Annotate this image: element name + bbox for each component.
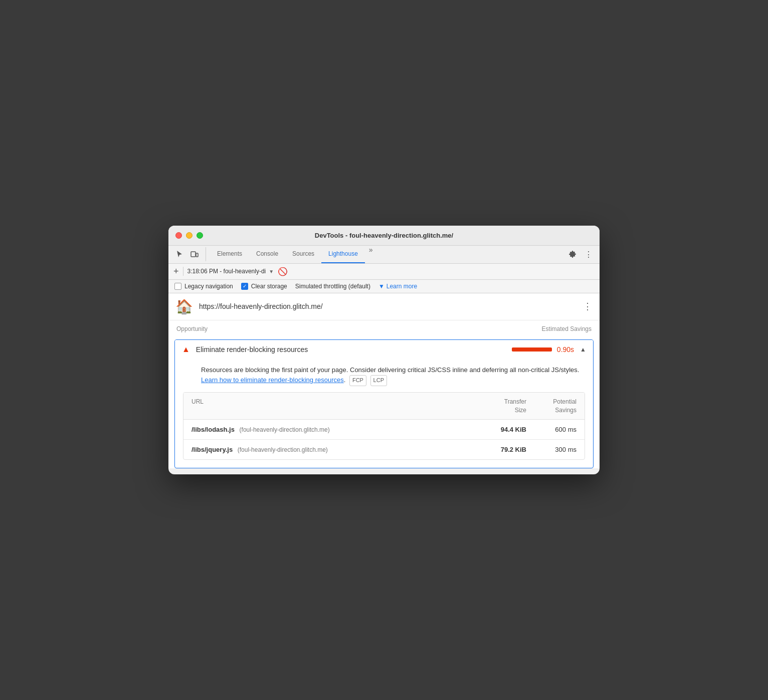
lcp-badge: LCP bbox=[370, 375, 387, 386]
tabs-list: Elements Console Sources Lighthouse » bbox=[210, 246, 565, 263]
opportunity-label: Opportunity bbox=[176, 325, 208, 332]
tab-sources[interactable]: Sources bbox=[285, 246, 321, 263]
audit-title: Eliminate render-blocking resources bbox=[196, 345, 506, 354]
window-title: DevTools - foul-heavenly-direction.glitc… bbox=[315, 232, 453, 239]
row1-url-domain: (foul-heavenly-direction.glitch.me) bbox=[240, 426, 330, 433]
url-chip-dropdown[interactable]: ▼ bbox=[269, 269, 274, 274]
devtools-window: DevTools - foul-heavenly-direction.glitc… bbox=[168, 226, 600, 475]
col-header-transfer-size: Transfer Size bbox=[476, 398, 526, 415]
svg-rect-0 bbox=[191, 252, 196, 257]
options-bar: Legacy navigation Clear storage Simulate… bbox=[168, 280, 600, 293]
estimated-savings-label: Estimated Savings bbox=[542, 325, 592, 332]
opportunity-header: Opportunity Estimated Savings bbox=[168, 320, 600, 337]
audit-item: ▲ Eliminate render-blocking resources 0.… bbox=[174, 339, 594, 469]
traffic-lights bbox=[175, 232, 203, 239]
row2-transfer-size: 79.2 KiB bbox=[476, 446, 526, 453]
table-row: /libs/jquery.js (foul-heavenly-direction… bbox=[183, 440, 585, 459]
row1-transfer-size: 94.4 KiB bbox=[476, 426, 526, 433]
cursor-icon[interactable] bbox=[172, 247, 186, 261]
legacy-nav-checkbox[interactable] bbox=[174, 283, 181, 290]
title-bar: DevTools - foul-heavenly-direction.glitc… bbox=[168, 226, 600, 246]
audit-description: Resources are blocking the first paint o… bbox=[175, 359, 593, 392]
chevron-up-icon[interactable]: ▲ bbox=[580, 346, 586, 353]
table-header: URL Transfer Size Potential Savings bbox=[183, 393, 585, 420]
audit-row: ▲ Eliminate render-blocking resources 0.… bbox=[175, 340, 593, 359]
description-text: Resources are blocking the first paint o… bbox=[201, 366, 579, 384]
tabs-more-button[interactable]: » bbox=[365, 246, 377, 263]
tab-lighthouse[interactable]: Lighthouse bbox=[321, 246, 365, 263]
learn-link[interactable]: Learn how to eliminate render-blocking r… bbox=[201, 376, 344, 384]
toolbar-icons bbox=[172, 247, 206, 261]
table-row: /libs/lodash.js (foul-heavenly-direction… bbox=[183, 420, 585, 440]
add-button[interactable]: + bbox=[173, 267, 179, 276]
col-header-potential-savings: Potential Savings bbox=[526, 398, 577, 415]
url-chip-text: 3:18:06 PM - foul-heavenly-di bbox=[187, 268, 266, 275]
learn-more-link[interactable]: ▼ Learn more bbox=[378, 283, 417, 290]
row2-url-path: /libs/jquery.js bbox=[191, 446, 233, 453]
row2-url-domain: (foul-heavenly-direction.glitch.me) bbox=[238, 446, 328, 453]
warning-icon: ▲ bbox=[182, 345, 190, 354]
minimize-button[interactable] bbox=[186, 232, 193, 239]
tab-elements[interactable]: Elements bbox=[210, 246, 249, 263]
svg-rect-1 bbox=[196, 253, 198, 257]
row2-url: /libs/jquery.js (foul-heavenly-direction… bbox=[191, 446, 476, 453]
devtools-tab-bar: Elements Console Sources Lighthouse » ⋮ bbox=[168, 246, 600, 264]
close-button[interactable] bbox=[175, 232, 182, 239]
throttling-label: Simulated throttling (default) bbox=[295, 283, 370, 290]
clear-storage-checkbox[interactable] bbox=[241, 283, 248, 290]
lighthouse-url: https://foul-heavenly-direction.glitch.m… bbox=[199, 302, 577, 310]
savings-bar bbox=[512, 347, 552, 352]
legacy-nav-option: Legacy navigation bbox=[174, 283, 233, 290]
row2-potential-savings: 300 ms bbox=[526, 446, 577, 453]
tab-console[interactable]: Console bbox=[249, 246, 285, 263]
col-header-url: URL bbox=[191, 398, 476, 415]
main-content: 🏠 https://foul-heavenly-direction.glitch… bbox=[168, 293, 600, 469]
fcp-badge: FCP bbox=[349, 375, 366, 386]
secondary-toolbar: + 3:18:06 PM - foul-heavenly-di ▼ 🚫 bbox=[168, 264, 600, 280]
maximize-button[interactable] bbox=[197, 232, 203, 239]
url-chip: 3:18:06 PM - foul-heavenly-di ▼ bbox=[187, 268, 274, 275]
row1-url-path: /libs/lodash.js bbox=[191, 426, 235, 433]
savings-bar-container: 0.90s bbox=[512, 345, 574, 354]
row1-url: /libs/lodash.js (foul-heavenly-direction… bbox=[191, 426, 476, 433]
separator bbox=[183, 267, 183, 276]
clear-storage-label: Clear storage bbox=[251, 283, 287, 290]
legacy-nav-label: Legacy navigation bbox=[184, 283, 233, 290]
device-toggle-icon[interactable] bbox=[187, 247, 202, 261]
clear-storage-option: Clear storage bbox=[241, 283, 287, 290]
devtools-settings-icons: ⋮ bbox=[565, 247, 596, 261]
lighthouse-header: 🏠 https://foul-heavenly-direction.glitch… bbox=[168, 293, 600, 320]
savings-time: 0.90s bbox=[557, 345, 574, 354]
row1-potential-savings: 600 ms bbox=[526, 426, 577, 433]
dropdown-arrow: ▼ bbox=[378, 283, 385, 290]
more-options-icon[interactable]: ⋮ bbox=[582, 247, 596, 261]
settings-icon[interactable] bbox=[565, 247, 580, 261]
block-icon[interactable]: 🚫 bbox=[278, 267, 288, 276]
lighthouse-icon: 🏠 bbox=[175, 298, 193, 315]
more-options-button[interactable]: ⋮ bbox=[583, 302, 593, 311]
audit-table: URL Transfer Size Potential Savings /lib… bbox=[183, 392, 585, 460]
